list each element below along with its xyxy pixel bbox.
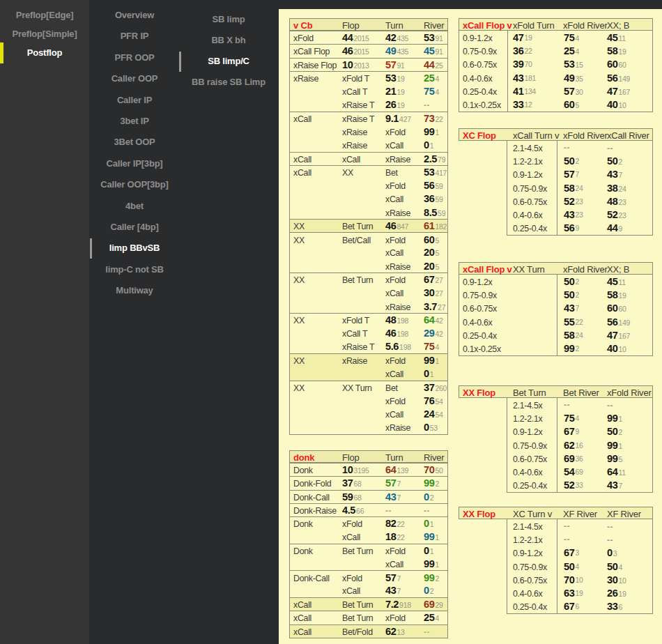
action-label: Bet Turn xyxy=(342,275,373,285)
stat-value: 82 xyxy=(385,518,396,529)
stat-value: 52 xyxy=(564,480,574,491)
cell-label: xCall xyxy=(383,408,420,420)
sidebar-item-pfr-oop[interactable]: PFR OOP xyxy=(89,51,180,65)
action-label: xRaise xyxy=(385,155,410,164)
cell-label: Bet xyxy=(383,381,420,394)
cell-stat: 42435 xyxy=(383,31,420,44)
cell-stat: 336 xyxy=(601,600,654,613)
sidebar-item-caller-ip-3bp[interactable]: Caller IP[3bp] xyxy=(89,157,180,171)
no-data-dashes: -- xyxy=(607,522,613,532)
stat-value: 0 xyxy=(424,545,429,556)
cell-label: 0.25-0.4x xyxy=(459,329,507,342)
stat-value: 99 xyxy=(424,477,434,489)
stat-value: 53 xyxy=(424,32,434,43)
sidebar-item-postflop[interactable]: Postflop xyxy=(0,46,89,60)
sample-size: 4 xyxy=(575,562,579,571)
cell-stat: 205 xyxy=(420,246,449,259)
table-header: v CbFlopTurnRiver xyxy=(290,19,447,31)
stat-value: 48 xyxy=(607,196,617,207)
sample-size: 16 xyxy=(575,441,583,450)
sidebar-item-bb-x-bh[interactable]: BB X bh xyxy=(178,33,279,47)
table-row: xRaisexCall01 xyxy=(290,138,447,151)
action-label: 0.4-0.6x xyxy=(513,210,542,220)
sample-size: 198 xyxy=(399,343,411,351)
action-label: xCall xyxy=(293,168,311,178)
sample-size: 4 xyxy=(435,88,439,96)
table-row: Donk-CallxFold577992 xyxy=(290,570,447,583)
table-title: xCall Flop v xyxy=(459,263,507,275)
sample-size: 847 xyxy=(397,222,408,231)
action-label: xCall T xyxy=(342,329,367,339)
table-row: xCall01 xyxy=(290,367,447,380)
cell-label: 0.9-1.2x xyxy=(459,31,507,44)
sidebar-column-main xyxy=(0,0,89,644)
table-title: donk xyxy=(290,451,339,463)
sidebar-item-caller-oop-3bp[interactable]: Caller OOP[3bp] xyxy=(89,178,180,192)
sidebar-item-multiway[interactable]: Multiway xyxy=(89,284,180,298)
stat-value: 36 xyxy=(513,45,523,56)
sample-size: 19 xyxy=(397,88,404,96)
sidebar-item-preflop-edge[interactable]: Preflop[Edge] xyxy=(0,8,89,22)
cell-stat: 6216 xyxy=(557,438,601,452)
cell-stat: 6213 xyxy=(383,625,420,638)
sidebar-item-limp-bbvsb[interactable]: limp BBvSB xyxy=(89,241,180,255)
cell-label: xCall T xyxy=(339,85,383,98)
cell-label: 0.9-1.2x xyxy=(507,546,557,559)
sample-size: 68 xyxy=(353,480,361,488)
action-label: Donk xyxy=(293,466,313,475)
table-body: 2.1-4.5x----1.2-2.1x7549910.9-1.2x679502… xyxy=(507,398,653,493)
cell-label: XX Turn xyxy=(339,381,383,394)
stat-value: 49 xyxy=(385,45,396,56)
cell-stat: 46198 xyxy=(383,327,420,339)
sidebar-item-pfr-ip[interactable]: PFR IP xyxy=(89,29,180,43)
sidebar-item-caller-ip[interactable]: Caller IP xyxy=(89,93,180,107)
stat-value: 20 xyxy=(424,247,434,258)
sample-size: 10 xyxy=(618,345,626,353)
cell-stat: 754 xyxy=(557,411,601,424)
sidebar-item-3bet-ip[interactable]: 3bet IP xyxy=(89,114,180,128)
cell-stat: 2454 xyxy=(420,408,449,420)
table-row: XXxFold T481986442 xyxy=(290,313,447,326)
sidebar-item-sb-limp-c[interactable]: SB limp/C xyxy=(178,54,279,68)
stat-value: 47 xyxy=(607,86,617,97)
cell-stat: 5824 xyxy=(557,328,601,342)
column-header: xFold River xyxy=(557,130,601,141)
table-row: 0.1x-0.25x33126054010 xyxy=(459,98,652,111)
stat-value: 50 xyxy=(564,289,574,300)
table-row: 0.25-0.4x582447167 xyxy=(459,328,652,342)
action-label: Bet Turn xyxy=(342,546,373,556)
cell-stat: 502 xyxy=(557,275,601,288)
sidebar-item-4bet[interactable]: 4bet xyxy=(89,199,180,213)
cell-stat: 7050 xyxy=(420,463,449,476)
cell-stat: 605 xyxy=(420,233,449,246)
cell-label: xRaise xyxy=(383,260,420,273)
sidebar-item-sb-limp[interactable]: SB limp xyxy=(178,13,279,26)
cell-label: 1.2-2.1x xyxy=(507,412,557,424)
stat-value: 33 xyxy=(607,601,617,612)
sample-size: 2 xyxy=(435,480,439,488)
sample-size: 6 xyxy=(575,602,579,611)
table-header: xCall Flop vxFold TurnxFold RiverXX; B xyxy=(459,18,653,31)
sidebar-item-bb-raise-sb-limp[interactable]: BB raise SB Limp xyxy=(178,75,279,89)
sidebar-item-limp-c-not-sb[interactable]: limp-C not SB xyxy=(89,263,180,277)
sidebar-item-overview[interactable]: Overview xyxy=(89,8,180,22)
cell-stat: 254 xyxy=(420,72,449,84)
table-v-cb-1: v CbFlopTurnRiverxFold442015424355391xCa… xyxy=(289,18,448,435)
stat-value: 57 xyxy=(564,86,574,97)
cell-label: xRaise xyxy=(383,206,420,219)
action-label: 0.9-1.2x xyxy=(513,549,542,558)
table-row: Donk103195641397050 xyxy=(290,463,447,476)
cell-label: xCall xyxy=(290,598,339,611)
sidebar-item-preflop-simple[interactable]: Preflop[Simple] xyxy=(0,27,89,41)
cell-stat: 3.727 xyxy=(420,300,449,313)
stat-value: 44 xyxy=(424,59,434,70)
cell-stat: 01 xyxy=(420,544,449,557)
sidebar-item-caller-4bp[interactable]: Caller [4bp] xyxy=(89,220,180,234)
action-label: xCall xyxy=(385,194,403,204)
sidebar-item-3bet-oop[interactable]: 3Bet OOP xyxy=(89,135,180,149)
sidebar-item-caller-oop[interactable]: Caller OOP xyxy=(89,72,180,86)
cell-label: 0.9-1.2x xyxy=(459,275,507,288)
sample-size: 5 xyxy=(435,249,439,257)
table-body: 2.1-4.5x----1.2-2.1x5025020.9-1.2x577437… xyxy=(507,141,653,236)
cell-label: xFold xyxy=(383,125,420,138)
